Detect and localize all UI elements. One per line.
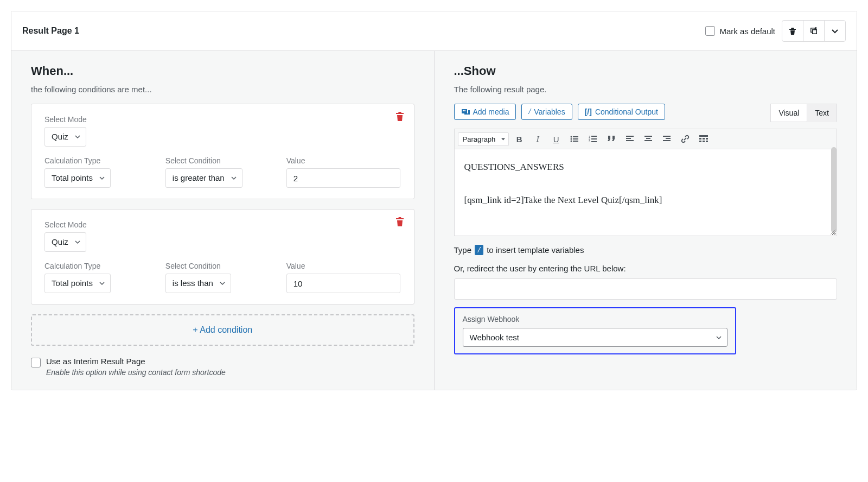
mode-select[interactable]: Quiz	[44, 232, 86, 252]
condition-select[interactable]: is less than	[165, 274, 231, 293]
mark-default-checkbox[interactable]: Mark as default	[705, 26, 775, 36]
condition-field: Select Condition is less than	[165, 262, 280, 293]
align-left-button[interactable]	[622, 131, 638, 147]
variables-button[interactable]: / Variables	[521, 104, 572, 120]
mode-label: Select Mode	[44, 115, 142, 124]
header-actions: Mark as default	[705, 20, 846, 42]
svg-rect-22	[646, 138, 650, 139]
interim-label: Use as Interim Result Page	[46, 357, 226, 366]
svg-point-6	[571, 136, 572, 138]
mode-select[interactable]: Quiz	[44, 127, 86, 147]
format-select[interactable]: Paragraph	[458, 132, 509, 146]
show-column: ...Show The following result page. Add m…	[435, 51, 857, 390]
quote-button[interactable]	[603, 131, 620, 147]
svg-rect-29	[703, 138, 705, 139]
checkbox-icon[interactable]	[705, 26, 715, 36]
bold-button[interactable]: B	[511, 131, 527, 147]
value-field: Value	[286, 262, 401, 293]
svg-rect-15	[591, 138, 597, 139]
svg-rect-13	[591, 136, 597, 137]
copy-icon	[809, 27, 818, 35]
link-button[interactable]	[677, 131, 693, 147]
duplicate-button[interactable]	[803, 20, 825, 42]
align-left-icon	[626, 136, 634, 142]
toolbar-toggle-button[interactable]	[695, 131, 712, 147]
panel-title: Result Page 1	[22, 26, 79, 36]
assign-webhook-box: Assign Webhook Webhook test	[454, 307, 736, 354]
condition-field: Select Condition is greater than	[165, 156, 280, 188]
ul-icon	[570, 135, 579, 143]
delete-condition-button[interactable]	[395, 217, 404, 227]
variables-icon: /	[528, 107, 531, 116]
condition-select[interactable]: is greater than	[165, 168, 242, 188]
trash-icon	[788, 27, 797, 35]
svg-point-5	[462, 110, 463, 111]
trash-icon	[395, 112, 404, 122]
svg-rect-24	[663, 136, 671, 137]
svg-rect-27	[699, 135, 708, 137]
conditional-output-button[interactable]: [/] Conditional Output	[578, 104, 665, 120]
media-icon	[461, 108, 470, 116]
underline-button[interactable]: U	[548, 131, 564, 147]
value-label: Value	[286, 262, 401, 270]
chevron-down-icon	[831, 27, 839, 35]
svg-rect-26	[663, 140, 671, 141]
condition-label: Select Condition	[165, 156, 280, 165]
kitchen-sink-icon	[699, 135, 708, 143]
value-input[interactable]	[286, 274, 401, 293]
interim-checkbox[interactable]	[31, 358, 41, 367]
slash-badge: /	[475, 245, 483, 255]
calc-label: Calculation Type	[44, 262, 159, 270]
show-subtext: The following result page.	[454, 85, 838, 94]
calc-select[interactable]: Total points	[44, 168, 111, 188]
value-field: Value	[286, 156, 401, 188]
trash-icon	[395, 217, 404, 227]
scrollbar[interactable]	[831, 147, 837, 233]
ol-icon: 123	[589, 135, 597, 143]
svg-rect-31	[699, 141, 701, 142]
svg-rect-25	[666, 138, 671, 139]
variables-label: Variables	[534, 107, 565, 116]
redirect-label: Or, redirect the user by entering the UR…	[454, 264, 838, 273]
bullet-list-button[interactable]	[566, 131, 583, 147]
mode-field: Select Mode Quiz	[44, 220, 142, 252]
show-heading: ...Show	[454, 64, 838, 78]
calc-label: Calculation Type	[44, 156, 159, 165]
type-hint-pre: Type	[454, 245, 472, 255]
calc-field: Calculation Type Total points	[44, 262, 159, 293]
when-heading: When...	[31, 64, 414, 78]
svg-rect-23	[644, 140, 652, 141]
delete-button[interactable]	[782, 20, 803, 42]
webhook-select[interactable]: Webhook test	[463, 328, 727, 347]
value-input[interactable]	[286, 168, 401, 188]
svg-rect-19	[626, 138, 631, 139]
calc-select[interactable]: Total points	[44, 274, 111, 293]
editor-tabs: Visual Text	[770, 104, 837, 122]
svg-point-8	[571, 138, 572, 140]
collapse-button[interactable]	[824, 20, 846, 42]
mode-field: Select Mode Quiz	[44, 115, 142, 147]
resize-handle-icon[interactable]	[829, 229, 836, 235]
link-icon	[681, 135, 690, 143]
redirect-url-input[interactable]	[454, 278, 838, 300]
delete-condition-button[interactable]	[395, 112, 404, 122]
svg-rect-20	[626, 140, 634, 141]
svg-rect-32	[703, 141, 705, 142]
align-right-button[interactable]	[659, 131, 675, 147]
number-list-button[interactable]: 123	[585, 131, 601, 147]
editor-textarea[interactable]: QUESTIONS_ANSWERS [qsm_link id=2]Take th…	[454, 149, 838, 236]
result-page-panel: Result Page 1 Mark as default When.	[11, 11, 857, 390]
tab-visual[interactable]: Visual	[770, 104, 807, 122]
interim-option: Use as Interim Result Page Enable this o…	[31, 357, 414, 377]
webhook-label: Assign Webhook	[463, 315, 727, 324]
italic-button[interactable]: I	[529, 131, 546, 147]
tab-text[interactable]: Text	[807, 104, 837, 122]
add-condition-button[interactable]: + Add condition	[31, 314, 414, 346]
condition-card: Select Mode Quiz Calculation Type Total …	[31, 104, 414, 199]
add-media-button[interactable]: Add media	[454, 104, 516, 120]
editor-header-buttons: Add media / Variables [/] Conditional Ou…	[454, 104, 838, 122]
align-center-button[interactable]	[640, 131, 656, 147]
header-icon-group	[782, 20, 846, 42]
brackets-icon: [/]	[585, 107, 592, 116]
svg-rect-33	[706, 141, 708, 142]
